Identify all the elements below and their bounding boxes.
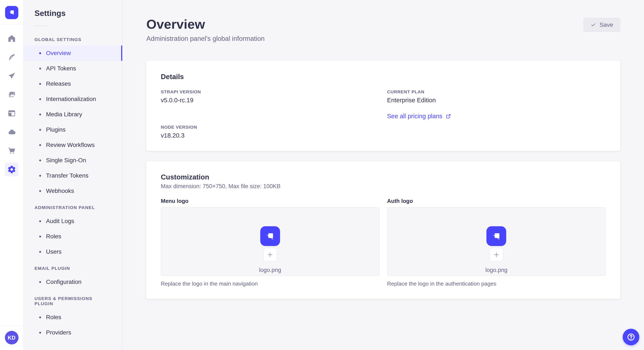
auth-logo-filename: logo.png: [485, 267, 508, 273]
auth-logo-add-button[interactable]: [490, 248, 503, 261]
customization-subtitle: Max dimension: 750×750, Max file size: 1…: [161, 183, 606, 190]
sidebar-item-label: Single Sign-On: [46, 157, 86, 164]
bullet-icon: [39, 281, 41, 283]
sidebar-item-webhooks[interactable]: Webhooks: [24, 183, 122, 199]
menu-logo-filename: logo.png: [259, 267, 281, 273]
pricing-plans-link-label: See all pricing plans: [387, 113, 442, 120]
section-label-email-plugin: EMAIL PLUGIN: [34, 266, 111, 271]
bullet-icon: [39, 52, 41, 54]
strapi-logo-glyph: [490, 230, 502, 242]
media-icon[interactable]: [5, 88, 18, 101]
customization-card-title: Customization: [161, 173, 606, 181]
bullet-icon: [39, 190, 41, 192]
sidebar-item-audit-logs[interactable]: Audit Logs: [24, 213, 122, 229]
sidebar-title-divider: [34, 25, 48, 26]
sidebar-item-email-configuration[interactable]: Configuration: [24, 274, 122, 290]
menu-logo-caption: Replace the logo in the main navigation: [161, 280, 380, 287]
sidebar-item-label: Releases: [46, 80, 71, 87]
rail-bottom: KD: [0, 325, 23, 350]
sidebar-item-label: Internationalization: [46, 96, 96, 103]
current-plan-label: CURRENT PLAN: [387, 89, 606, 94]
plus-icon: [493, 251, 500, 258]
gear-icon[interactable]: [5, 163, 18, 176]
sidebar-item-up-roles[interactable]: Roles: [24, 310, 122, 325]
sidebar-item-admin-roles[interactable]: Roles: [24, 229, 122, 244]
menu-logo-label: Menu logo: [161, 198, 380, 204]
strapi-logo-glyph: [264, 230, 276, 242]
bullet-icon: [39, 220, 41, 222]
home-icon[interactable]: [5, 32, 18, 45]
sidebar-item-label: Webhooks: [46, 187, 74, 194]
customization-card: Customization Max dimension: 750×750, Ma…: [146, 161, 620, 299]
bullet-icon: [39, 83, 41, 85]
strapi-version-field: STRAPI VERSION v5.0.0-rc.19: [161, 89, 380, 104]
strapi-version-value: v5.0.0-rc.19: [161, 97, 380, 104]
sidebar-item-label: Media Library: [46, 111, 82, 118]
auth-logo-dropzone[interactable]: logo.png: [387, 207, 606, 276]
section-label-administration-panel: ADMINISTRATION PANEL: [34, 205, 111, 210]
sidebar-item-internationalization[interactable]: Internationalization: [24, 91, 122, 107]
details-card: Details STRAPI VERSION v5.0.0-rc.19 NODE…: [146, 61, 620, 151]
strapi-version-label: STRAPI VERSION: [161, 89, 380, 94]
page-subtitle: Administration panel's global informatio…: [146, 35, 265, 42]
strapi-logo[interactable]: [5, 6, 18, 19]
sidebar-item-label: Roles: [46, 314, 61, 321]
page-title: Overview: [146, 17, 265, 31]
sidebar-item-label: Transfer Tokens: [46, 172, 88, 179]
sidebar-item-label: Overview: [46, 50, 71, 57]
cart-icon[interactable]: [5, 144, 18, 158]
sidebar-item-label: Audit Logs: [46, 218, 74, 224]
details-card-title: Details: [161, 73, 606, 81]
main-nav-rail: KD: [0, 0, 24, 350]
section-label-global-settings: GLOBAL SETTINGS: [34, 37, 111, 42]
save-button[interactable]: Save: [584, 18, 620, 32]
sidebar-item-releases[interactable]: Releases: [24, 76, 122, 91]
sidebar-item-review-workflows[interactable]: Review Workflows: [24, 137, 122, 153]
pricing-plans-link[interactable]: See all pricing plans: [387, 113, 452, 120]
external-link-icon: [446, 113, 451, 119]
auth-logo-label: Auth logo: [387, 198, 606, 204]
sidebar-item-label: Users: [46, 248, 62, 255]
sidebar-item-label: Roles: [46, 233, 61, 240]
section-label-users-permissions-plugin: USERS & PERMISSIONS PLUGIN: [34, 296, 111, 306]
avatar[interactable]: KD: [5, 331, 18, 345]
sidebar-item-media-library[interactable]: Media Library: [24, 107, 122, 122]
menu-logo-add-button[interactable]: [264, 248, 277, 261]
bullet-icon: [39, 251, 41, 253]
sidebar-item-label: Providers: [46, 329, 71, 336]
menu-logo-dropzone[interactable]: logo.png: [161, 207, 380, 276]
bullet-icon: [39, 68, 41, 70]
menu-logo-block: Menu logo logo.png: [161, 198, 380, 287]
auth-logo-preview: [486, 226, 506, 246]
auth-logo-caption: Replace the logo in the authentication p…: [387, 280, 606, 287]
settings-sidebar: Settings GLOBAL SETTINGS Overview API To…: [24, 0, 122, 350]
node-version-label: NODE VERSION: [161, 125, 380, 130]
sidebar-item-plugins[interactable]: Plugins: [24, 122, 122, 137]
send-icon[interactable]: [5, 69, 18, 83]
help-button[interactable]: [623, 329, 639, 345]
details-grid: STRAPI VERSION v5.0.0-rc.19 NODE VERSION…: [161, 89, 606, 139]
menu-logo-preview: [260, 226, 280, 246]
sidebar-item-label: Configuration: [46, 279, 82, 285]
sidebar-item-up-providers[interactable]: Providers: [24, 325, 122, 340]
sidebar-item-transfer-tokens[interactable]: Transfer Tokens: [24, 168, 122, 183]
rail-divider: [0, 24, 23, 24]
feather-icon[interactable]: [5, 50, 18, 64]
bullet-icon: [39, 114, 41, 116]
sidebar-item-overview[interactable]: Overview: [24, 45, 122, 61]
sidebar-item-api-tokens[interactable]: API Tokens: [24, 61, 122, 76]
current-plan-field: CURRENT PLAN Enterprise Edition: [387, 89, 606, 104]
sidebar-item-single-sign-on[interactable]: Single Sign-On: [24, 153, 122, 168]
bullet-icon: [39, 129, 41, 131]
bullet-icon: [39, 332, 41, 334]
bullet-icon: [39, 160, 41, 161]
node-version-field: NODE VERSION v18.20.3: [161, 125, 380, 139]
cloud-icon[interactable]: [5, 125, 18, 139]
layout-icon[interactable]: [5, 107, 18, 120]
node-version-value: v18.20.3: [161, 132, 380, 139]
page-header: Overview Administration panel's global i…: [146, 0, 620, 42]
question-icon: [626, 333, 636, 342]
current-plan-value: Enterprise Edition: [387, 97, 606, 104]
page-title-block: Overview Administration panel's global i…: [146, 17, 265, 42]
sidebar-item-admin-users[interactable]: Users: [24, 244, 122, 259]
